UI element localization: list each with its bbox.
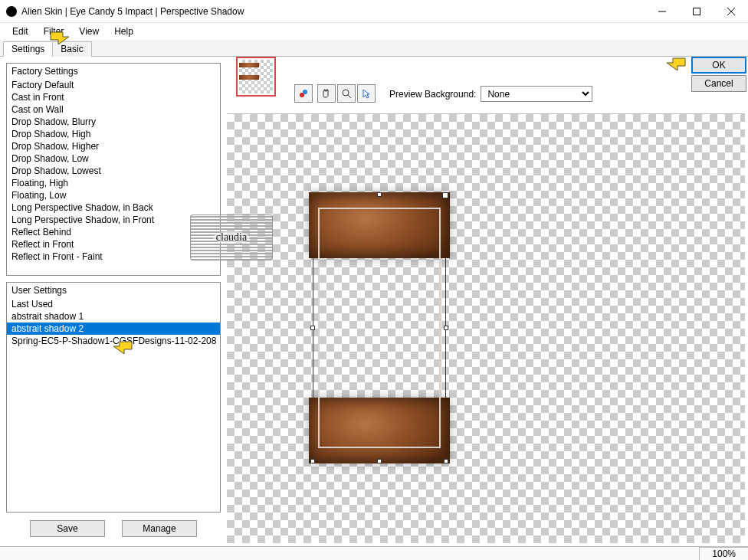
hand-tool-icon[interactable] (317, 84, 336, 103)
eyedropper-tool-icon[interactable] (294, 84, 313, 103)
svg-rect-1 (693, 8, 700, 15)
list-item[interactable]: Drop Shadow, Higher (7, 140, 220, 152)
list-item[interactable]: Reflect Behind (7, 226, 220, 238)
app-icon (6, 6, 17, 17)
list-item[interactable]: Long Perspective Shadow, in Back (7, 201, 220, 214)
user-settings-header: User Settings (7, 283, 220, 298)
inner-frame (318, 208, 441, 448)
window-title: Alien Skin | Eye Candy 5 Impact | Perspe… (21, 6, 645, 17)
zoom-readout[interactable]: 100% (699, 547, 748, 560)
watermark: claudia (190, 215, 273, 260)
titlebar: Alien Skin | Eye Candy 5 Impact | Perspe… (0, 0, 748, 23)
factory-settings-list[interactable]: Factory Settings Factory DefaultCast in … (6, 63, 221, 276)
arrow-tool-icon[interactable] (357, 84, 376, 103)
tab-settings[interactable]: Settings (3, 41, 53, 57)
right-panel: Preview Background: None OK Cancel (227, 57, 748, 546)
preview-canvas[interactable] (227, 113, 745, 543)
list-item[interactable]: Cast on Wall (7, 103, 220, 116)
svg-point-5 (303, 90, 307, 94)
list-item[interactable]: Drop Shadow, Blurry (7, 116, 220, 128)
list-item[interactable]: Last Used (7, 298, 220, 310)
list-item[interactable]: Drop Shadow, Lowest (7, 165, 220, 177)
list-item[interactable]: Spring-EC5-P-Shadow1-CGSFDesigns-11-02-2… (7, 335, 220, 347)
list-item[interactable]: Reflect in Front - Faint (7, 251, 220, 263)
tab-basic[interactable]: Basic (52, 41, 91, 57)
svg-line-7 (348, 95, 351, 98)
list-item[interactable]: Drop Shadow, High (7, 128, 220, 140)
cancel-button[interactable]: Cancel (691, 75, 746, 92)
factory-settings-header: Factory Settings (7, 64, 220, 79)
left-panel: Factory Settings Factory DefaultCast in … (0, 57, 227, 546)
svg-point-6 (343, 90, 349, 96)
manage-button[interactable]: Manage (122, 520, 197, 537)
tab-row: Settings Basic (0, 40, 748, 57)
list-item[interactable]: Reflect in Front (7, 238, 220, 251)
menu-edit[interactable]: Edit (5, 25, 36, 38)
ok-button[interactable]: OK (691, 57, 746, 74)
menu-help[interactable]: Help (107, 25, 141, 38)
status-bar: 100% (0, 546, 748, 560)
list-item[interactable]: Factory Default (7, 79, 220, 91)
zoom-tool-icon[interactable] (337, 84, 356, 103)
maximize-button[interactable] (679, 1, 714, 22)
menu-view[interactable]: View (71, 25, 107, 38)
preview-thumbnail[interactable] (236, 57, 276, 97)
list-item[interactable]: Long Perspective Shadow, in Front (7, 214, 220, 226)
close-button[interactable] (714, 1, 748, 22)
selection-frame[interactable] (313, 195, 446, 461)
list-item[interactable]: abstrait shadow 2 (7, 323, 220, 335)
list-item[interactable]: Drop Shadow, Low (7, 152, 220, 165)
list-item[interactable]: Floating, Low (7, 189, 220, 201)
minimize-button[interactable] (645, 1, 679, 22)
preview-background-label: Preview Background: (389, 89, 476, 100)
pointer-icon (665, 57, 687, 74)
list-item[interactable]: abstrait shadow 1 (7, 310, 220, 323)
user-settings-list[interactable]: User Settings Last Usedabstrait shadow 1… (6, 282, 221, 513)
menubar: Edit Filter View Help (0, 23, 748, 40)
list-item[interactable]: Cast in Front (7, 91, 220, 103)
list-item[interactable]: Floating, High (7, 177, 220, 189)
save-button[interactable]: Save (30, 520, 105, 537)
menu-filter[interactable]: Filter (36, 25, 72, 38)
preview-background-select[interactable]: None (481, 86, 592, 102)
